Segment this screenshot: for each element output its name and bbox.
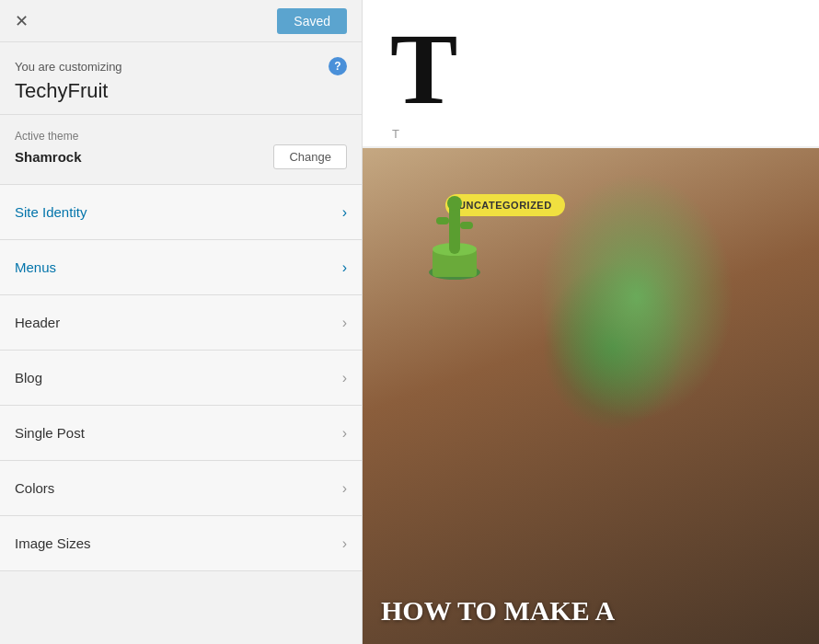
nav-item-blog[interactable]: Blog › bbox=[0, 351, 362, 406]
saved-button[interactable]: Saved bbox=[277, 8, 347, 34]
customizing-label: You are customizing ? bbox=[15, 57, 347, 75]
nav-items: Site Identity › Menus › Header › Blog › … bbox=[0, 185, 362, 644]
customizing-prefix: You are customizing bbox=[15, 60, 122, 74]
nav-item-site-identity[interactable]: Site Identity › bbox=[0, 185, 362, 240]
chevron-right-icon-image-sizes: › bbox=[342, 535, 347, 552]
preview-tagline: T bbox=[390, 127, 457, 141]
nav-item-label-image-sizes: Image Sizes bbox=[15, 535, 342, 551]
theme-section: Active theme Shamrock Change bbox=[0, 115, 362, 185]
preview-header: T T bbox=[363, 0, 819, 147]
nav-item-menus[interactable]: Menus › bbox=[0, 240, 362, 295]
svg-rect-4 bbox=[436, 217, 449, 224]
preview-site-title: T bbox=[390, 18, 457, 120]
preview-post-title: HOW TO MAKE A bbox=[381, 595, 801, 626]
chevron-right-icon-colors: › bbox=[342, 480, 347, 497]
help-icon[interactable]: ? bbox=[329, 57, 347, 75]
nav-item-label-colors: Colors bbox=[15, 480, 342, 496]
nav-item-colors[interactable]: Colors › bbox=[0, 461, 362, 516]
chevron-right-icon-blog: › bbox=[342, 370, 347, 386]
svg-point-6 bbox=[447, 196, 462, 211]
theme-row: Shamrock Change bbox=[15, 144, 347, 169]
nav-item-label-single-post: Single Post bbox=[15, 425, 342, 441]
chevron-right-icon-single-post: › bbox=[342, 425, 347, 442]
nav-item-single-post[interactable]: Single Post › bbox=[0, 406, 362, 461]
close-button[interactable]: ✕ bbox=[15, 9, 36, 33]
nav-item-label-header: Header bbox=[15, 315, 342, 330]
theme-name: Shamrock bbox=[15, 149, 82, 165]
nav-item-header[interactable]: Header › bbox=[0, 295, 362, 351]
preview-area: T T UNCATEGORIZED HOW TO MAKE A bbox=[363, 0, 819, 644]
customizing-section: You are customizing ? TechyFruit bbox=[0, 42, 362, 115]
plant-decoration bbox=[409, 176, 501, 295]
customizer-panel: ✕ Saved You are customizing ? TechyFruit… bbox=[0, 0, 363, 644]
chevron-right-icon-site-identity: › bbox=[342, 204, 347, 221]
change-theme-button[interactable]: Change bbox=[273, 144, 347, 169]
active-theme-label: Active theme bbox=[15, 130, 347, 143]
svg-rect-5 bbox=[460, 222, 473, 229]
nav-item-label-menus: Menus bbox=[15, 259, 342, 275]
preview-image-area: UNCATEGORIZED HOW TO MAKE A bbox=[363, 148, 819, 644]
chevron-right-icon-header: › bbox=[342, 315, 347, 331]
site-name: TechyFruit bbox=[15, 79, 347, 103]
chevron-right-icon-menus: › bbox=[342, 259, 347, 276]
preview-image-bg: UNCATEGORIZED HOW TO MAKE A bbox=[363, 148, 819, 644]
svg-rect-3 bbox=[449, 203, 460, 254]
top-bar: ✕ Saved bbox=[0, 0, 362, 42]
nav-item-label-site-identity: Site Identity bbox=[15, 204, 342, 220]
nav-item-label-blog: Blog bbox=[15, 370, 342, 385]
nav-item-image-sizes[interactable]: Image Sizes › bbox=[0, 516, 362, 571]
